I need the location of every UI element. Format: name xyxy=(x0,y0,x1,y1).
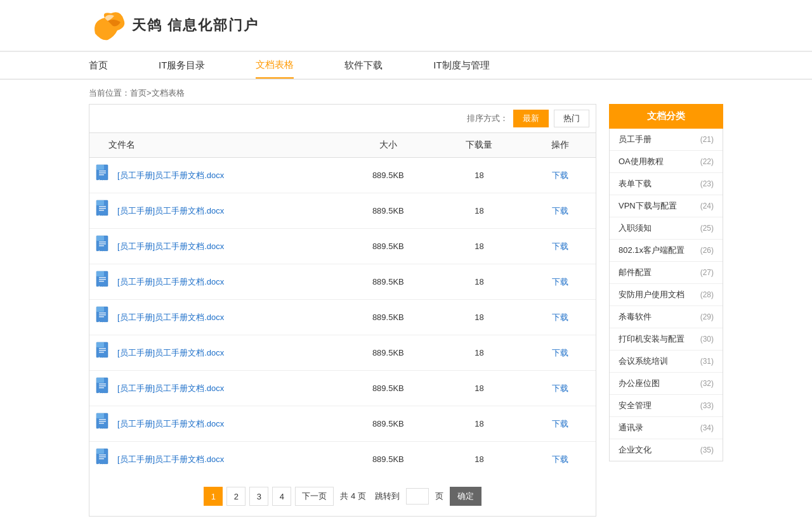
file-icon: docx xyxy=(96,235,112,257)
nav: 首页 IT服务目录 文档表格 软件下载 IT制度与管理 xyxy=(0,51,812,80)
file-action-6[interactable]: 下载 xyxy=(525,371,596,406)
file-action-8[interactable]: 下载 xyxy=(525,442,596,477)
file-downloads-4: 18 xyxy=(434,300,525,335)
svg-rect-40 xyxy=(99,387,104,389)
svg-text:docx: docx xyxy=(97,214,107,219)
svg-text:docx: docx xyxy=(97,356,107,361)
file-action-7[interactable]: 下载 xyxy=(525,406,596,442)
nav-item-docs[interactable]: 文档表格 xyxy=(256,53,294,79)
download-button-7[interactable]: 下载 xyxy=(552,419,568,428)
nav-item-it-mgmt[interactable]: IT制度与管理 xyxy=(433,53,489,78)
file-action-4[interactable]: 下载 xyxy=(525,300,596,335)
page-confirm-button[interactable]: 确定 xyxy=(450,487,481,506)
svg-rect-8 xyxy=(99,206,106,207)
file-name-link-3[interactable]: [员工手册]员工手册文档.docx xyxy=(117,276,224,288)
sidebar-item-count-14: (35) xyxy=(700,446,714,454)
page-3-button[interactable]: 3 xyxy=(249,487,268,506)
file-downloads-7: 18 xyxy=(434,406,525,442)
download-button-2[interactable]: 下载 xyxy=(552,241,568,251)
file-name-link-1[interactable]: [员工手册]员工手册文档.docx xyxy=(117,205,224,217)
sidebar-item-5[interactable]: 802.1x客户端配置(26) xyxy=(610,240,723,262)
sidebar-item-10[interactable]: 会议系统培训(31) xyxy=(610,351,723,373)
file-name-link-0[interactable]: [员工手册]员工手册文档.docx xyxy=(117,170,224,181)
page-1-button[interactable]: 1 xyxy=(204,487,223,506)
svg-rect-34 xyxy=(99,352,104,353)
sidebar-item-8[interactable]: 杀毒软件(29) xyxy=(610,306,723,328)
nav-item-software[interactable]: 软件下载 xyxy=(344,53,383,78)
file-action-5[interactable]: 下载 xyxy=(525,335,596,371)
download-button-6[interactable]: 下载 xyxy=(552,383,568,393)
download-button-4[interactable]: 下载 xyxy=(552,312,568,322)
jump-label: 跳转到 xyxy=(375,491,400,502)
sidebar-item-label-4: 入职须知 xyxy=(619,222,652,234)
sort-hottest-button[interactable]: 热门 xyxy=(554,110,589,127)
logo-text: 天鸽 信息化部门户 xyxy=(132,16,259,35)
file-name-link-6[interactable]: [员工手册]员工手册文档.docx xyxy=(117,383,224,394)
file-downloads-8: 18 xyxy=(434,442,525,477)
nav-item-home[interactable]: 首页 xyxy=(89,53,108,78)
table-row: docx [员工手册]员工手册文档.docx889.5KB18下载 xyxy=(89,371,596,406)
table-row: docx [员工手册]员工手册文档.docx889.5KB18下载 xyxy=(89,229,596,264)
table-row: docx [员工手册]员工手册文档.docx889.5KB18下载 xyxy=(89,335,596,371)
file-action-2[interactable]: 下载 xyxy=(525,229,596,264)
download-button-8[interactable]: 下载 xyxy=(552,454,568,464)
sidebar-item-4[interactable]: 入职须知(25) xyxy=(610,217,723,240)
sidebar-item-label-6: 邮件配置 xyxy=(619,267,652,278)
sidebar-item-3[interactable]: VPN下载与配置(24) xyxy=(610,195,723,217)
file-panel: 排序方式： 最新 热门 文件名 大小 下载量 操作 docx [员工手册]员工手… xyxy=(89,104,596,517)
sidebar-item-label-3: VPN下载与配置 xyxy=(619,200,677,212)
file-icon: docx xyxy=(96,413,112,435)
sidebar-item-1[interactable]: OA使用教程(22) xyxy=(610,151,723,173)
file-name-link-8[interactable]: [员工手册]员工手册文档.docx xyxy=(117,454,224,465)
page-2-button[interactable]: 2 xyxy=(226,487,246,506)
file-name-cell-6: docx [员工手册]员工手册文档.docx xyxy=(89,371,343,406)
table-row: docx [员工手册]员工手册文档.docx889.5KB18下载 xyxy=(89,442,596,477)
svg-rect-26 xyxy=(99,312,106,314)
download-button-1[interactable]: 下载 xyxy=(552,206,568,215)
file-name-link-5[interactable]: [员工手册]员工手册文档.docx xyxy=(117,347,224,359)
sidebar-item-12[interactable]: 安全管理(33) xyxy=(610,395,723,417)
sidebar-item-11[interactable]: 办公座位图(32) xyxy=(610,373,723,395)
total-pages-info: 共 4 页 xyxy=(340,491,365,502)
sidebar-item-count-13: (34) xyxy=(700,423,714,432)
file-name-link-2[interactable]: [员工手册]员工手册文档.docx xyxy=(117,241,224,252)
file-name-cell-0: docx [员工手册]员工手册文档.docx xyxy=(89,158,343,193)
sidebar-item-6[interactable]: 邮件配置(27) xyxy=(610,262,723,284)
page-unit: 页 xyxy=(435,491,443,502)
sidebar-item-0[interactable]: 员工手册(21) xyxy=(610,129,723,151)
main-content: 排序方式： 最新 热门 文件名 大小 下载量 操作 docx [员工手册]员工手… xyxy=(0,104,812,521)
svg-text:docx: docx xyxy=(97,285,107,290)
sidebar-item-9[interactable]: 打印机安装与配置(30) xyxy=(610,328,723,351)
nav-item-it-service[interactable]: IT服务目录 xyxy=(159,53,205,78)
file-name-link-7[interactable]: [员工手册]员工手册文档.docx xyxy=(117,418,224,430)
pagination: 1 2 3 4 下一页 共 4 页 跳转到 页 确定 xyxy=(89,477,596,516)
file-action-0[interactable]: 下载 xyxy=(525,158,596,193)
sort-label: 排序方式： xyxy=(467,113,508,124)
next-page-button[interactable]: 下一页 xyxy=(295,487,334,506)
page-4-button[interactable]: 4 xyxy=(272,487,291,506)
svg-rect-37 xyxy=(96,378,104,383)
file-action-3[interactable]: 下载 xyxy=(525,264,596,300)
file-downloads-0: 18 xyxy=(434,158,525,193)
svg-rect-19 xyxy=(96,271,104,276)
file-size-1: 889.5KB xyxy=(343,193,434,229)
download-button-3[interactable]: 下载 xyxy=(552,277,568,286)
table-row: docx [员工手册]员工手册文档.docx889.5KB18下载 xyxy=(89,158,596,193)
sidebar-item-count-6: (27) xyxy=(700,268,714,277)
logo-area: 天鸽 信息化部门户 xyxy=(89,8,259,43)
sidebar-item-13[interactable]: 通讯录(34) xyxy=(610,417,723,439)
sidebar-item-7[interactable]: 安防用户使用文档(28) xyxy=(610,284,723,306)
sort-newest-button[interactable]: 最新 xyxy=(513,110,549,127)
file-name-link-4[interactable]: [员工手册]员工手册文档.docx xyxy=(117,312,224,323)
file-name-cell-3: docx [员工手册]员工手册文档.docx xyxy=(89,264,343,300)
sidebar-item-2[interactable]: 表单下载(23) xyxy=(610,173,723,195)
breadcrumb: 当前位置：首页>文档表格 xyxy=(0,80,812,104)
sidebar-item-14[interactable]: 企业文化(35) xyxy=(610,439,723,461)
file-downloads-3: 18 xyxy=(434,264,525,300)
download-button-0[interactable]: 下载 xyxy=(552,170,568,180)
file-action-1[interactable]: 下载 xyxy=(525,193,596,229)
page-jump-input[interactable] xyxy=(406,488,429,505)
download-button-5[interactable]: 下载 xyxy=(552,348,568,357)
header: 天鸽 信息化部门户 xyxy=(0,0,812,51)
col-header-size: 大小 xyxy=(343,133,434,158)
